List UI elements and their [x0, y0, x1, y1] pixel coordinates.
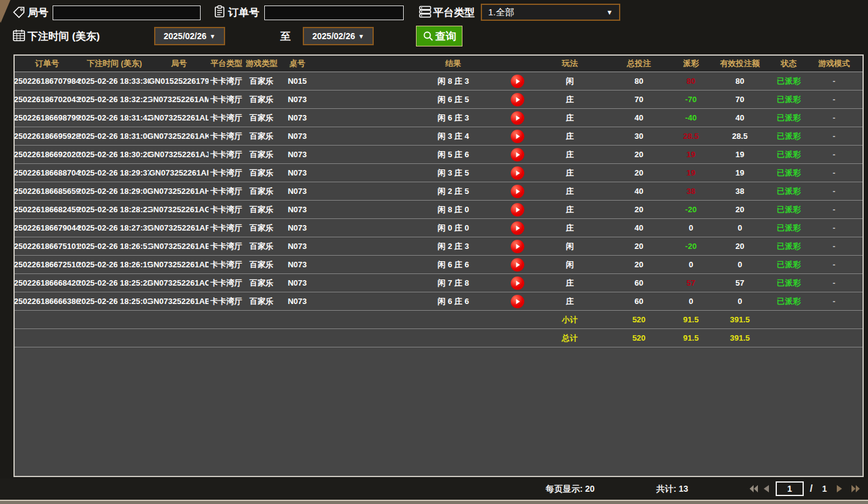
total-label: 总计	[536, 329, 604, 347]
replay-play-icon[interactable]	[511, 111, 524, 125]
replay-play-icon[interactable]	[511, 221, 524, 235]
cell-valid-bet: 28.5	[708, 127, 772, 145]
date-to-value: 2025/02/26	[313, 31, 355, 41]
prev-page-icon[interactable]	[763, 485, 769, 492]
table-row[interactable]: 250226186698799 2025-02-26 18:31:42 GN07…	[15, 109, 862, 127]
cell-status: 已派彩	[772, 201, 806, 218]
page-slash: /	[810, 478, 812, 499]
search-button[interactable]: 查询	[416, 26, 462, 46]
table-row[interactable]: 250226186668420 2025-02-26 18:25:28 GN07…	[15, 274, 862, 292]
cell-valid-bet: 19	[708, 146, 772, 163]
replay-play-icon[interactable]	[511, 185, 524, 198]
cell-total-bet: 80	[604, 72, 674, 90]
header-payout: 派彩	[674, 56, 708, 72]
cell-spacer	[316, 237, 407, 255]
cell-bet-time: 2025-02-26 18:25:03	[80, 292, 149, 310]
table-row[interactable]: 250226186666386 2025-02-26 18:25:03 GN07…	[15, 292, 862, 311]
cell-order: 250226186692020	[15, 146, 80, 163]
cell-game-type: 百家乐	[244, 219, 279, 237]
cell-payout: 0	[674, 292, 708, 310]
cell-result: 闲 5 庄 6	[407, 146, 499, 163]
replay-play-icon[interactable]	[511, 295, 524, 308]
order-input[interactable]	[264, 6, 404, 20]
date-to-select[interactable]: 2025/02/26 ▼	[303, 27, 374, 45]
cell-bet-time: 2025-02-26 18:29:00	[80, 182, 149, 200]
bet-time-label: 下注时间 (美东)	[28, 29, 100, 43]
page-number-input[interactable]	[776, 481, 804, 496]
cell-order: 250226186695928	[15, 127, 80, 145]
cell-payout: -20	[674, 201, 708, 218]
table-row[interactable]: 250226186695928 2025-02-26 18:31:06 GN07…	[15, 127, 862, 146]
cell-order: 250226186675101	[15, 237, 80, 255]
header-table-no: 桌号	[279, 56, 316, 72]
replay-play-icon[interactable]	[511, 130, 524, 143]
date-from-value: 2025/02/26	[164, 31, 207, 41]
first-page-icon[interactable]	[749, 485, 758, 492]
cell-replay	[499, 146, 536, 163]
chevron-down-icon: ▼	[358, 33, 365, 40]
replay-play-icon[interactable]	[511, 166, 524, 180]
cell-game-type: 百家乐	[244, 182, 279, 200]
cell-platform: 卡卡湾厅	[209, 237, 244, 255]
table-row[interactable]: 250226186682459 2025-02-26 18:28:23 GN07…	[15, 201, 862, 219]
cell-game-mode: -	[806, 109, 862, 127]
cell-round: GN073252261AG	[149, 201, 209, 218]
replay-play-icon[interactable]	[511, 276, 524, 290]
cell-payout: -20	[674, 237, 708, 255]
cell-valid-bet: 40	[708, 109, 772, 127]
replay-play-icon[interactable]	[511, 148, 524, 161]
table-row[interactable]: 250226186685659 2025-02-26 18:29:00 GN07…	[15, 182, 862, 201]
round-input[interactable]	[53, 6, 201, 20]
table-row[interactable]: 250226186692020 2025-02-26 18:30:20 GN07…	[15, 146, 862, 164]
cell-game-type: 百家乐	[244, 109, 279, 127]
chevron-down-icon: ▼	[210, 33, 216, 40]
cell-spacer	[316, 292, 407, 310]
cell-total-bet: 70	[604, 91, 674, 108]
cell-round: GN073252261AF	[149, 219, 209, 237]
replay-play-icon[interactable]	[511, 203, 524, 217]
table-row[interactable]: 250226186688704 2025-02-26 18:29:37 GN07…	[15, 164, 862, 182]
date-from-select[interactable]: 2025/02/26 ▼	[154, 27, 225, 45]
cell-replay	[499, 274, 536, 292]
next-page-icon[interactable]	[837, 485, 842, 492]
cell-platform: 卡卡湾厅	[209, 72, 244, 90]
replay-play-icon[interactable]	[511, 75, 524, 88]
clipboard-icon	[213, 5, 226, 18]
table-row[interactable]: 250226186679044 2025-02-26 18:27:39 GN07…	[15, 219, 862, 237]
cell-play-type: 闲	[536, 256, 604, 273]
cell-order: 250226186672510	[15, 256, 80, 273]
cell-game-mode: -	[806, 72, 862, 90]
replay-play-icon[interactable]	[511, 93, 524, 106]
cell-order: 250226186682459	[15, 201, 80, 218]
table-body: 250226186707984 2025-02-26 18:33:30 GN01…	[15, 72, 862, 311]
replay-play-icon[interactable]	[511, 240, 524, 253]
table-row[interactable]: 250226186707984 2025-02-26 18:33:30 GN01…	[15, 72, 862, 91]
cell-play-type: 庄	[536, 182, 604, 200]
cell-platform: 卡卡湾厅	[209, 146, 244, 163]
cell-play-type: 庄	[536, 127, 604, 145]
cell-result: 闲 3 庄 4	[407, 127, 499, 145]
cell-bet-time: 2025-02-26 18:28:23	[80, 201, 149, 218]
table-row[interactable]: 250226186675101 2025-02-26 18:26:51 GN07…	[15, 237, 862, 256]
cell-game-mode: -	[806, 164, 862, 182]
table-row[interactable]: 250226186672510 2025-02-26 18:26:19 GN07…	[15, 256, 862, 274]
cell-game-mode: -	[806, 91, 862, 108]
total-payout: 91.5	[674, 329, 708, 347]
cell-bet-time: 2025-02-26 18:33:30	[80, 72, 149, 90]
cell-spacer	[316, 219, 407, 237]
platform-select[interactable]: 1.全部 ▼	[481, 4, 620, 21]
cell-order: 250226186666386	[15, 292, 80, 310]
cell-valid-bet: 80	[708, 72, 772, 90]
cell-order: 250226186707984	[15, 72, 80, 90]
cell-status: 已派彩	[772, 182, 806, 200]
to-label: 至	[280, 29, 291, 43]
cell-order: 250226186698799	[15, 109, 80, 127]
table-row[interactable]: 250226186702043 2025-02-26 18:32:21 GN07…	[15, 91, 862, 109]
replay-play-icon[interactable]	[511, 258, 524, 272]
cell-result: 闲 0 庄 0	[407, 219, 499, 237]
cell-valid-bet: 57	[708, 274, 772, 292]
last-page-icon[interactable]	[851, 485, 860, 492]
cell-play-type: 闲	[536, 237, 604, 255]
cell-order: 250226186685659	[15, 182, 80, 200]
cell-platform: 卡卡湾厅	[209, 164, 244, 182]
